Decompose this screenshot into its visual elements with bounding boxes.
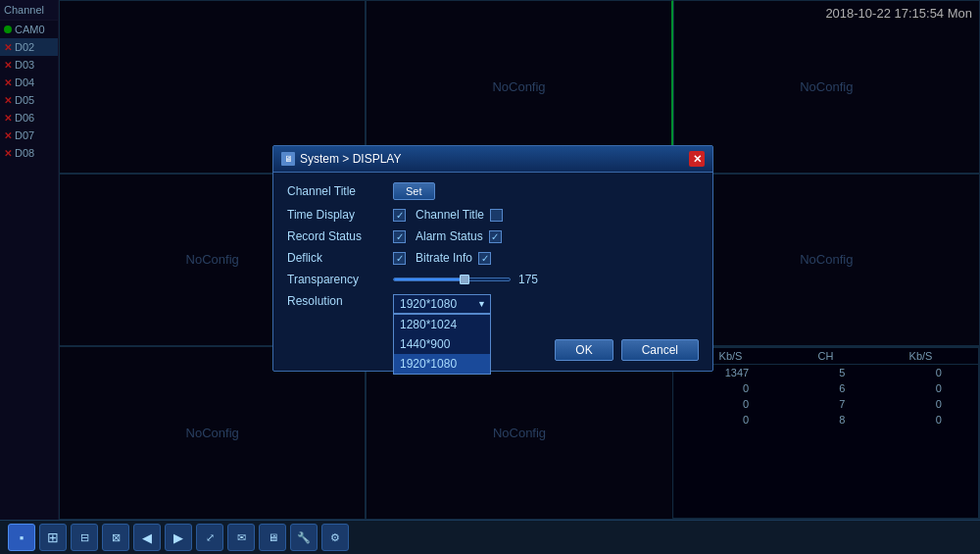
config-icon: ⚙: [330, 531, 340, 544]
time-display-row: Time Display Channel Title: [287, 208, 699, 222]
deflick-checkbox[interactable]: [393, 252, 406, 265]
slider-thumb[interactable]: [460, 275, 469, 284]
toolbar-4grid-btn[interactable]: ⊞: [39, 524, 67, 551]
deflick-checks: Bitrate Info: [393, 251, 491, 265]
dialog-title: 🖥 System > DISPLAY: [281, 152, 401, 166]
ok-button[interactable]: OK: [555, 339, 612, 361]
set-button[interactable]: Set: [393, 182, 435, 200]
channel-title-row: Channel Title Set: [287, 182, 699, 200]
channel-title-checkbox[interactable]: [490, 209, 503, 222]
chevron-down-icon: ▼: [477, 299, 486, 309]
dvr-screen: Channel CAM0 ✕ D02 ✕ D03 ✕ D04 ✕ D05 ✕ D…: [0, 0, 980, 554]
toolbar-live-btn[interactable]: ▪: [8, 524, 35, 551]
cancel-button[interactable]: Cancel: [621, 339, 699, 361]
toolbar-fullscreen-btn[interactable]: ⤢: [196, 524, 223, 551]
bitrate-info-label: Bitrate Info: [416, 251, 472, 265]
channel-title-check-label: Channel Title: [416, 208, 484, 222]
next-icon: ▶: [173, 530, 183, 545]
toolbar-prev-btn[interactable]: ◀: [133, 524, 161, 551]
toolbar-message-btn[interactable]: ✉: [227, 524, 255, 551]
transparency-row: Transparency 175: [287, 273, 699, 286]
alarm-status-cb-item[interactable]: Alarm Status: [416, 229, 502, 243]
dialog-close-button[interactable]: ✕: [689, 151, 705, 167]
deflick-label: Deflick: [287, 251, 385, 265]
display-icon: 🖥: [268, 531, 278, 543]
resolution-label: Resolution: [287, 294, 385, 308]
4grid-icon: ⊞: [47, 529, 59, 545]
transparency-value: 175: [518, 273, 548, 286]
record-status-label: Record Status: [287, 229, 385, 243]
time-display-checks: Channel Title: [393, 208, 503, 222]
prev-icon: ◀: [142, 530, 152, 545]
channel-title-label: Channel Title: [287, 184, 385, 198]
resolution-dropdown[interactable]: 1280*1024 1440*900 1920*1080: [393, 314, 491, 375]
resolution-row: Resolution 1920*1080 ▼ 1280*1024 1440*90…: [287, 294, 699, 314]
transparency-label: Transparency: [287, 273, 385, 286]
slider-fill: [394, 278, 464, 280]
bitrate-info-cb-item[interactable]: Bitrate Info: [416, 251, 491, 265]
dialog-title-icon: 🖥: [281, 152, 295, 166]
message-icon: ✉: [237, 531, 246, 544]
toolbar-9grid-btn[interactable]: ⊟: [71, 524, 98, 551]
dialog-footer: OK Cancel: [273, 331, 712, 371]
dialog-titlebar: 🖥 System > DISPLAY ✕: [273, 146, 712, 173]
9grid-icon: ⊟: [80, 531, 89, 544]
bitrate-info-checkbox[interactable]: [478, 252, 491, 265]
record-status-cb-item[interactable]: [393, 230, 406, 243]
fullscreen-icon: ⤢: [206, 531, 215, 544]
resolution-option-1440[interactable]: 1440*900: [394, 334, 490, 354]
toolbar-next-btn[interactable]: ▶: [165, 524, 192, 551]
dialog-body: Channel Title Set Time Display Channel T…: [273, 173, 712, 331]
resolution-selected-value: 1920*1080: [400, 297, 457, 311]
time-display-checkbox[interactable]: [393, 209, 406, 222]
toolbar-config-btn[interactable]: ⚙: [321, 524, 349, 551]
record-status-checkbox[interactable]: [393, 230, 406, 243]
display-settings-dialog: 🖥 System > DISPLAY ✕ Channel Title Set T…: [272, 145, 713, 372]
time-display-cb-item[interactable]: [393, 209, 406, 222]
resolution-select[interactable]: 1920*1080 ▼: [393, 294, 491, 314]
time-display-label: Time Display: [287, 208, 385, 222]
channel-title-cb-item[interactable]: Channel Title: [416, 208, 503, 222]
deflick-cb-item[interactable]: [393, 252, 406, 265]
toolbar-16grid-btn[interactable]: ⊠: [102, 524, 129, 551]
resolution-option-1280[interactable]: 1280*1024: [394, 315, 490, 334]
16grid-icon: ⊠: [112, 531, 121, 544]
resolution-option-1920[interactable]: 1920*1080: [394, 354, 490, 374]
deflick-row: Deflick Bitrate Info: [287, 251, 699, 265]
transparency-slider-container: 175: [393, 273, 548, 286]
live-view-icon: ▪: [20, 530, 24, 545]
bottom-toolbar: ▪ ⊞ ⊟ ⊠ ◀ ▶ ⤢ ✉ 🖥 🔧 ⚙: [0, 520, 980, 554]
transparency-slider-track[interactable]: [393, 277, 511, 281]
toolbar-display-btn[interactable]: 🖥: [259, 524, 286, 551]
resolution-select-wrapper: 1920*1080 ▼ 1280*1024 1440*900 1920*1080: [393, 294, 491, 314]
record-status-checks: Alarm Status: [393, 229, 502, 243]
settings-icon: 🔧: [297, 531, 311, 544]
alarm-status-checkbox[interactable]: [489, 230, 502, 243]
record-status-row: Record Status Alarm Status: [287, 229, 699, 243]
toolbar-settings-btn[interactable]: 🔧: [290, 524, 318, 551]
alarm-status-label: Alarm Status: [416, 229, 483, 243]
